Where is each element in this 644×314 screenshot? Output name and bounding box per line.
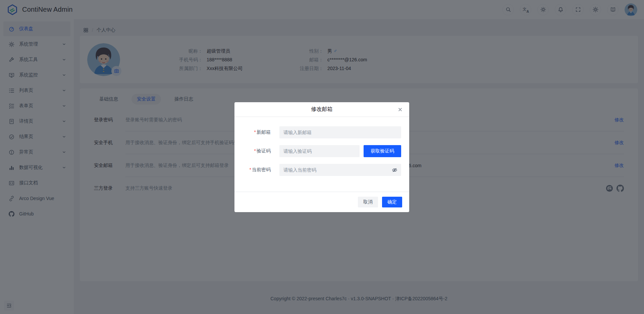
new-email-label: *新邮箱 <box>234 129 271 135</box>
current-password-input[interactable] <box>279 164 401 176</box>
eye-invisible-icon[interactable] <box>392 167 398 173</box>
form-row-verify-code: *验证码 获取验证码 <box>234 145 401 157</box>
verify-code-input-wrap: 获取验证码 <box>279 145 401 157</box>
confirm-button[interactable]: 确定 <box>382 197 402 207</box>
verify-code-input[interactable] <box>279 145 360 157</box>
form-row-current-password: *当前密码 <box>234 164 401 176</box>
close-icon[interactable] <box>397 107 403 113</box>
required-asterisk: * <box>254 148 256 153</box>
change-email-modal: 修改邮箱 *新邮箱 *验证码 获取验证码 *当前密码 <box>234 102 409 212</box>
modal-title: 修改邮箱 <box>311 106 333 113</box>
current-password-label: *当前密码 <box>234 167 271 173</box>
modal-footer: 取消 确定 <box>234 192 409 212</box>
new-email-input[interactable] <box>279 126 401 138</box>
required-asterisk: * <box>250 167 251 172</box>
get-code-button[interactable]: 获取验证码 <box>364 145 401 157</box>
verify-code-label: *验证码 <box>234 148 271 154</box>
cancel-button[interactable]: 取消 <box>358 197 378 207</box>
modal-body: *新邮箱 *验证码 获取验证码 *当前密码 <box>234 117 409 176</box>
required-asterisk: * <box>254 129 256 135</box>
current-password-input-wrap <box>279 164 401 176</box>
modal-header: 修改邮箱 <box>234 102 409 117</box>
new-email-input-wrap <box>279 126 401 138</box>
form-row-new-email: *新邮箱 <box>234 126 401 138</box>
